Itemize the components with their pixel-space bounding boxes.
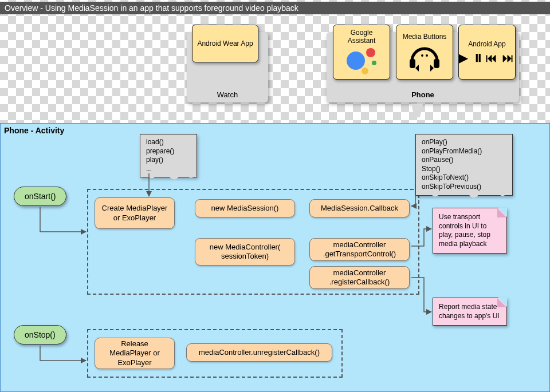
- register-cb-box: mediaController .registerCallback(): [309, 266, 410, 289]
- session-callback-box: MediaSession.Callback: [309, 199, 410, 217]
- new-controller-box: new MediaController( sessionToken): [195, 238, 295, 266]
- onstop-pill: onStop(): [14, 325, 66, 345]
- report-sticky: Report media state changes to app's UI: [433, 298, 507, 326]
- title-bar: Overview - Using MediaSession in an app …: [0, 2, 550, 14]
- media-buttons-card: Media Buttons: [396, 25, 453, 80]
- svg-point-5: [426, 54, 428, 57]
- media-buttons-label: Media Buttons: [399, 33, 450, 41]
- assistant-label: Google Assistant: [336, 29, 387, 45]
- get-transport-box: mediaController .getTransportControl(): [309, 238, 410, 261]
- player-ops-note: load() prepare() play() ...: [140, 134, 197, 177]
- transport-sticky: Use transport controls in UI to play, pa…: [433, 208, 507, 254]
- new-session-box: new MediaSession(): [195, 199, 295, 217]
- android-app-label: Android App: [461, 40, 513, 48]
- svg-rect-1: [434, 59, 439, 68]
- onstart-pill: onStart(): [14, 187, 66, 206]
- android-app-card: Android App ▶ ⏸ ⏮ ⏭: [458, 25, 516, 80]
- wear-app-card: Android Wear App: [192, 25, 258, 62]
- google-assistant-icon: [336, 48, 387, 76]
- phone-label: Phone: [327, 90, 519, 99]
- google-assistant-card: Google Assistant: [333, 25, 390, 80]
- svg-point-4: [421, 54, 423, 57]
- unregister-cb-box: mediaController.unregisterCallback(): [186, 343, 332, 362]
- playback-controls-icon: ▶ ⏸ ⏮ ⏭: [461, 52, 513, 64]
- watch-label: Watch: [187, 90, 268, 99]
- create-player-box: Create MediaPlayer or ExoPlayer: [95, 197, 175, 229]
- svg-marker-2: [415, 65, 419, 72]
- headphones-icon: [399, 44, 450, 72]
- activity-title: Phone - Activity: [4, 126, 64, 135]
- svg-rect-0: [410, 59, 415, 68]
- svg-marker-6: [411, 104, 423, 117]
- svg-marker-3: [430, 65, 434, 72]
- release-player-box: Release MediaPlayer or ExoPlayer: [95, 338, 175, 369]
- wear-app-label: Android Wear App: [197, 39, 253, 47]
- callbacks-note: onPlay() onPlayFromMedia() onPause() Sto…: [415, 134, 513, 196]
